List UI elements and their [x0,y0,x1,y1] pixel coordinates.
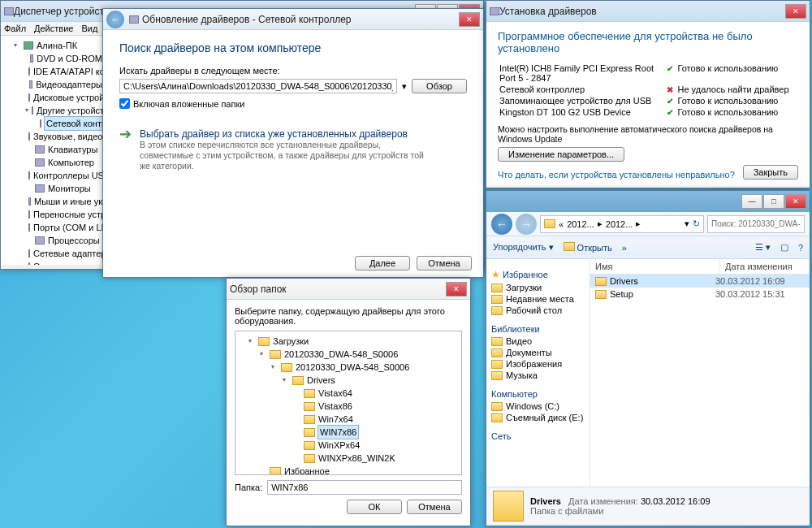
close-button[interactable]: ✕ [459,12,480,27]
folder-icon [491,337,503,346]
sidebar-library-item[interactable]: Видео [490,335,586,347]
next-button[interactable]: Далее [355,256,410,270]
help-button[interactable]: ? [798,243,803,253]
sidebar-favorites-header[interactable]: Избранное [503,270,548,279]
open-button[interactable]: Открыть [564,242,612,253]
device-tree-item[interactable]: Видеоадаптеры [25,78,102,91]
maximize-button[interactable]: □ [763,194,784,209]
crumb-segment[interactable]: 2012... [606,219,633,229]
folder-tree-item[interactable]: WINXPx86_WIN2K [248,452,460,465]
sidebar-drive-item[interactable]: Съемный диск (E:) [490,412,586,423]
menu-action[interactable]: Действие [34,24,73,33]
minimize-button[interactable]: — [741,194,762,209]
du-titlebar[interactable]: ← Обновление драйверов - Сетевой контрол… [103,9,483,30]
close-button[interactable]: ✕ [785,4,806,19]
folder-icon [304,454,315,463]
more-button[interactable]: » [622,243,627,253]
folder-icon [544,219,555,228]
bf-prompt: Выберите папку, содержащую драйверы для … [235,306,462,326]
folder-tree-item[interactable]: Vistax86 [248,400,460,413]
folder-tree-item[interactable]: WinXPx64 [248,439,460,452]
device-tree-item[interactable]: IDE ATA/ATAPI контр [25,65,102,78]
driver-install-window: Установка драйверов ✕ Программное обеспе… [486,0,810,188]
sidebar-library-item[interactable]: Изображения [490,358,586,370]
folder-tree-item[interactable]: 20120330_DWA-548_S0006 [248,348,460,361]
close-results-button[interactable]: Закрыть [743,165,798,180]
device-tree-item[interactable]: Клавиатуры [25,143,102,156]
crumb-segment[interactable]: 2012... [567,219,594,229]
device-icon [28,210,30,219]
nav-forward-button[interactable]: → [516,214,537,235]
device-tree-item[interactable]: Другие устройств [25,104,102,117]
cancel-button[interactable]: Отмена [407,500,462,514]
help-link[interactable]: Что делать, если устройства установлены … [498,170,735,180]
menu-view[interactable]: Вид [81,24,97,33]
device-tree-item[interactable]: Мониторы [25,182,102,195]
sidebar-library-item[interactable]: Документы [490,347,586,358]
sidebar-favorite-item[interactable]: Рабочий стол [490,305,586,316]
breadcrumb[interactable]: « 2012...▸ 2012...▸ ▾↻ [540,215,704,233]
device-tree-item[interactable]: Системные устро [25,260,102,265]
device-tree-item[interactable]: Сетевой контроллер [37,117,102,130]
file-list-item[interactable]: Drivers30.03.2012 16:09 [590,275,810,288]
nav-back-button[interactable]: ← [491,214,512,235]
cancel-button[interactable]: Отмена [417,256,472,270]
file-list[interactable]: Drivers30.03.2012 16:09Setup30.03.2012 1… [590,275,810,487]
ok-button[interactable]: ОК [347,500,402,514]
device-tree[interactable]: Алина-ПК DVD и CD-ROMIDE ATA/ATAPI контр… [1,36,105,265]
sidebar-network-header[interactable]: Сеть [491,431,586,441]
sidebar-favorite-item[interactable]: Недавние места [490,293,586,305]
sidebar-favorite-item[interactable]: Загрузки [490,282,586,293]
include-subfolders-input[interactable] [119,98,130,109]
col-name[interactable]: Имя [590,259,720,274]
folder-tree-item[interactable]: WIN7x86 [248,426,460,439]
sidebar-libraries-header[interactable]: Библиотеки [491,324,586,334]
folder-tree-item[interactable]: Win7x64 [248,413,460,426]
tree-root[interactable]: Алина-ПК [14,39,102,52]
menu-file[interactable]: Файл [4,24,26,33]
sidebar-computer-header[interactable]: Компьютер [491,389,586,399]
device-tree-item[interactable]: Контроллеры USB [25,169,102,182]
col-date[interactable]: Дата изменения [720,259,810,274]
device-tree-item[interactable]: Дисковые устройс [25,91,102,104]
bf-titlebar[interactable]: Обзор папок ✕ [227,279,470,300]
device-tree-item[interactable]: DVD и CD-ROM [25,52,102,65]
back-button[interactable]: ← [106,11,124,28]
column-headers[interactable]: Имя Дата изменения [590,259,810,275]
device-tree-item[interactable]: Переносные устр [25,208,102,221]
organize-button[interactable]: Упорядочить ▾ [493,242,554,253]
preview-pane-button[interactable]: ▢ [780,242,788,253]
selected-folder-input[interactable] [267,480,462,495]
choose-from-list-option[interactable]: ➔ Выбрать драйвер из списка уже установл… [119,128,467,171]
folder-tree-item[interactable]: Избранное [248,465,460,475]
device-tree-item[interactable]: Мыши и иные ук [25,195,102,208]
folder-icon [270,467,281,476]
device-icon [28,93,30,102]
folder-icon [281,363,292,372]
browse-button[interactable]: Обзор [412,79,467,93]
folder-tree-item[interactable]: Vistax64 [248,387,460,400]
folder-tree[interactable]: Загрузки20120330_DWA-548_S000620120330_D… [235,331,462,475]
view-options-button[interactable]: ☰ ▾ [755,242,771,253]
device-tree-item[interactable]: Компьютер [25,156,102,169]
sidebar-drive-item[interactable]: Windows (C:) [490,400,586,412]
device-tree-item[interactable]: Процессоры [25,234,102,247]
driver-path-input[interactable] [119,79,397,93]
dropdown-icon[interactable]: ▾ [402,81,407,92]
device-tree-item[interactable]: Сетевые адаптер [25,247,102,260]
folder-tree-item[interactable]: 20120330_DWA-548_S0006 [248,361,460,374]
folder-tree-item[interactable]: Drivers [248,374,460,387]
sidebar-library-item[interactable]: Музыка [490,370,586,381]
close-button[interactable]: ✕ [446,282,467,296]
di-titlebar[interactable]: Установка драйверов ✕ [486,1,810,22]
include-subfolders-checkbox[interactable]: Включая вложенные папки [119,98,467,109]
close-button[interactable]: ✕ [785,194,806,209]
explorer-search-input[interactable] [707,215,805,233]
device-tree-item[interactable]: Порты (COM и LP [25,221,102,234]
device-tree-item[interactable]: Звуковые, видео [25,130,102,143]
change-settings-button[interactable]: Изменение параметров... [498,147,624,162]
device-icon [28,67,30,76]
ex-titlebar[interactable]: — □ ✕ [486,191,810,212]
file-list-item[interactable]: Setup30.03.2012 15:31 [590,288,810,301]
folder-tree-item[interactable]: Загрузки [248,335,460,348]
